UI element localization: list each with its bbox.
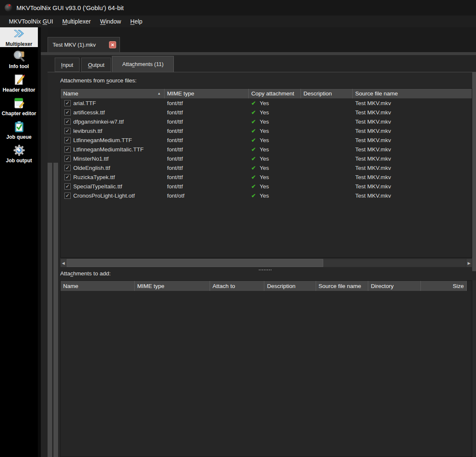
- scroll-right-button[interactable]: ▶: [466, 259, 472, 267]
- attachment-row[interactable]: ✓ LtfinneganMediumItalic.TTF font/ttf ✔ …: [61, 145, 472, 154]
- attachment-row[interactable]: ✓ dfpganshinkei-w7.ttf font/ttf ✔ Yes Te…: [61, 117, 472, 126]
- tab-input[interactable]: Input: [55, 58, 80, 72]
- sidebar-item-info-tool[interactable]: Info tool: [0, 47, 38, 71]
- attachment-checkbox[interactable]: ✓: [64, 128, 71, 134]
- attachment-row[interactable]: ✓ LtfinneganMedium.TTF font/ttf ✔ Yes Te…: [61, 135, 472, 145]
- attachment-name: dfpganshinkei-w7.ttf: [73, 119, 124, 125]
- attachment-row[interactable]: ✓ arial.TTF font/ttf ✔ Yes Test MKV.mkv: [61, 98, 472, 108]
- attachment-name-cell: ✓ LtfinneganMediumItalic.TTF: [61, 146, 165, 153]
- column-header-mime-type[interactable]: MIME type: [165, 89, 249, 98]
- sidebar-item-header-editor[interactable]: Header editor: [0, 71, 38, 94]
- attachment-mime-cell: font/ttf: [165, 128, 249, 134]
- splitter-handle[interactable]: [259, 269, 271, 271]
- sidebar-item-multiplexer[interactable]: Multiplexer: [0, 27, 38, 47]
- attachment-source-cell: Test MKV.mkv: [353, 183, 472, 190]
- column-label: Directory: [371, 283, 394, 289]
- attachment-source: Test MKV.mkv: [355, 146, 391, 153]
- column-header-attach-to[interactable]: Attach to: [210, 281, 264, 291]
- right-frame-strip: [472, 280, 476, 457]
- tab-label-part: utput: [92, 62, 104, 68]
- label-mnemonic: c: [70, 270, 73, 277]
- sort-ascending-icon: ▲: [157, 92, 162, 95]
- attachment-checkbox[interactable]: ✓: [64, 156, 71, 162]
- sidebar-item-label: Info tool: [9, 63, 29, 69]
- tab-close-button[interactable]: ×: [109, 41, 116, 48]
- attachment-checkbox[interactable]: ✓: [64, 183, 71, 190]
- source-attachments-table-body: ✓ arial.TTF font/ttf ✔ Yes Test MKV.mkv …: [61, 98, 472, 200]
- attachment-checkbox[interactable]: ✓: [64, 100, 71, 106]
- attachment-row[interactable]: ✓ artificessk.ttf font/ttf ✔ Yes Test MK…: [61, 108, 472, 117]
- attachment-checkbox[interactable]: ✓: [64, 109, 71, 116]
- attachment-checkbox[interactable]: ✓: [64, 119, 71, 125]
- menu-mkvtoolnix-gui[interactable]: MKVToolNix GUI: [4, 16, 58, 26]
- document-tab[interactable]: Test MKV (1).mkv ×: [48, 37, 120, 52]
- menu-multiplexer[interactable]: Multiplexer: [58, 16, 96, 26]
- column-header-spacer: [467, 281, 472, 291]
- attachment-source-cell: Test MKV.mkv: [353, 128, 472, 134]
- attachment-checkbox[interactable]: ✓: [64, 193, 71, 199]
- attachment-name: arial.TTF: [73, 100, 96, 106]
- attachment-checkbox[interactable]: ✓: [64, 174, 71, 180]
- yes-check-icon: ✔: [251, 193, 256, 199]
- column-header-description[interactable]: Description: [301, 89, 353, 98]
- tab-pane-top-edge: [41, 52, 476, 55]
- attachment-mime: font/ttf: [167, 165, 183, 171]
- column-label: Description: [303, 90, 332, 97]
- attachment-source-cell: Test MKV.mkv: [353, 119, 472, 125]
- menu-mnemonic: M: [62, 18, 67, 25]
- column-header-name[interactable]: Name: [61, 281, 135, 291]
- scroll-left-button[interactable]: ◀: [60, 259, 66, 267]
- sidebar-item-label: Multiplexer: [5, 41, 32, 47]
- column-label: Description: [267, 283, 295, 289]
- column-header-description[interactable]: Description: [264, 281, 316, 291]
- attachment-mime: font/ttf: [167, 100, 183, 106]
- attachment-row[interactable]: ✓ RuzickaTypek.ttf font/ttf ✔ Yes Test M…: [61, 172, 472, 182]
- column-header-source-file-name[interactable]: Source file name: [316, 281, 368, 291]
- sidebar-item-job-output[interactable]: Job output: [0, 141, 38, 165]
- left-frame-bar: [53, 163, 58, 457]
- attachment-row[interactable]: ✓ SpecialTypeItalic.ttf font/ttf ✔ Yes T…: [61, 182, 472, 191]
- sidebar-item-chapter-editor[interactable]: Chapter editor: [0, 94, 38, 118]
- attachment-copy-value: Yes: [260, 146, 269, 153]
- attachment-row[interactable]: ✓ MinsterNo1.ttf font/ttf ✔ Yes Test MKV…: [61, 154, 472, 163]
- vertical-scrollbar-track[interactable]: [472, 72, 476, 271]
- sidebar-item-job-queue[interactable]: Job queue: [0, 118, 38, 141]
- column-header-directory[interactable]: Directory: [368, 281, 420, 291]
- attachments-to-add-table: Name MIME type Attach to Description Sou…: [60, 280, 472, 457]
- attachment-copy-cell: ✔ Yes: [249, 156, 301, 162]
- attachment-row[interactable]: ✓ CronosProLight-Light.otf font/otf ✔ Ye…: [61, 191, 472, 200]
- attachment-source-cell: Test MKV.mkv: [353, 165, 472, 171]
- tab-attachments[interactable]: Attachments (11): [112, 56, 174, 72]
- attachment-name-cell: ✓ dfpganshinkei-w7.ttf: [61, 119, 165, 125]
- attachment-row[interactable]: ✓ levibrush.ttf font/ttf ✔ Yes Test MKV.…: [61, 126, 472, 135]
- menu-help[interactable]: Help: [126, 16, 147, 26]
- column-header-size[interactable]: Size: [421, 281, 467, 291]
- header-editor-icon: [13, 73, 26, 86]
- attachment-copy-cell: ✔ Yes: [249, 119, 301, 125]
- attachment-checkbox[interactable]: ✓: [64, 137, 71, 143]
- tab-output[interactable]: Output: [81, 58, 111, 72]
- column-label: Copy attachment: [251, 90, 294, 97]
- column-header-mime-type[interactable]: MIME type: [135, 281, 210, 291]
- attachment-name-cell: ✓ arial.TTF: [61, 100, 165, 106]
- attachment-copy-value: Yes: [260, 193, 269, 199]
- scrollbar-thumb[interactable]: [66, 259, 323, 267]
- horizontal-scrollbar[interactable]: ◀ ▶: [60, 259, 472, 267]
- label-part: hments to add:: [73, 270, 111, 277]
- attachment-source-cell: Test MKV.mkv: [353, 156, 472, 162]
- attachment-row[interactable]: ✓ OldeEnglish.ttf font/ttf ✔ Yes Test MK…: [61, 163, 472, 172]
- menu-window[interactable]: Window: [96, 16, 126, 26]
- column-header-name[interactable]: Name▲: [61, 89, 165, 98]
- column-header-copy-attachment[interactable]: Copy attachment: [249, 89, 301, 98]
- job-queue-icon: [13, 120, 26, 133]
- column-label: Attach to: [213, 283, 235, 289]
- menu-bar: MKVToolNix GUI Multiplexer Window Help: [0, 16, 476, 27]
- column-header-source-file-name[interactable]: Source file name: [353, 89, 472, 98]
- attachment-source-cell: Test MKV.mkv: [353, 146, 472, 153]
- attachment-checkbox[interactable]: ✓: [64, 146, 71, 153]
- yes-check-icon: ✔: [251, 174, 256, 180]
- scrollbar-track[interactable]: [66, 259, 466, 267]
- attachment-copy-value: Yes: [260, 183, 269, 190]
- attachment-checkbox[interactable]: ✓: [64, 165, 71, 171]
- source-attachments-table: Name▲ MIME type Copy attachment Descript…: [60, 88, 472, 258]
